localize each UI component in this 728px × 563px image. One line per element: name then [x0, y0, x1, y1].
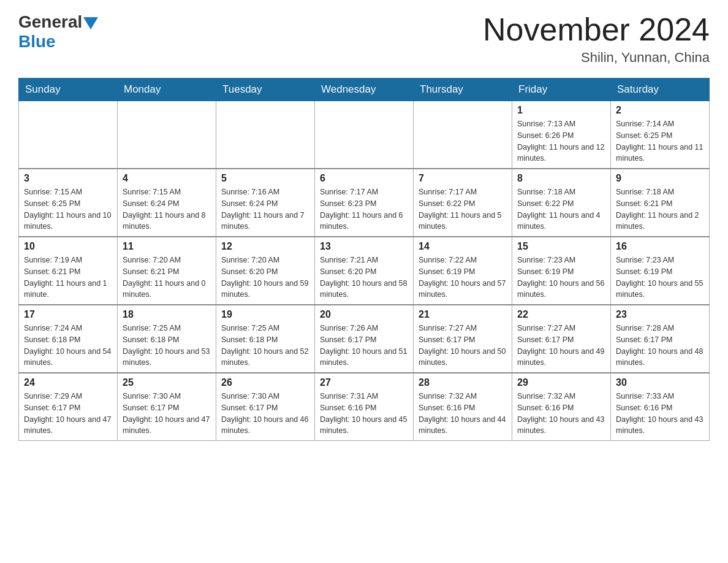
calendar-cell [414, 101, 512, 169]
day-info: Sunrise: 7:32 AMSunset: 6:16 PMDaylight:… [517, 391, 605, 437]
day-info: Sunrise: 7:23 AMSunset: 6:19 PMDaylight:… [517, 255, 605, 301]
day-info: Sunrise: 7:31 AMSunset: 6:16 PMDaylight:… [320, 391, 408, 437]
day-number: 10 [24, 241, 112, 252]
day-number: 20 [320, 309, 408, 320]
day-number: 7 [419, 173, 507, 184]
calendar-cell: 24Sunrise: 7:29 AMSunset: 6:17 PMDayligh… [19, 373, 118, 441]
day-info: Sunrise: 7:24 AMSunset: 6:18 PMDaylight:… [24, 323, 112, 369]
day-info: Sunrise: 7:32 AMSunset: 6:16 PMDaylight:… [419, 391, 507, 437]
logo: General Blue [18, 12, 99, 52]
calendar-cell: 3Sunrise: 7:15 AMSunset: 6:25 PMDaylight… [19, 169, 118, 237]
calendar-table: SundayMondayTuesdayWednesdayThursdayFrid… [18, 78, 710, 441]
day-info: Sunrise: 7:23 AMSunset: 6:19 PMDaylight:… [616, 255, 704, 301]
calendar-cell: 11Sunrise: 7:20 AMSunset: 6:21 PMDayligh… [118, 237, 216, 305]
logo-blue-text: Blue [18, 32, 56, 52]
calendar-cell: 9Sunrise: 7:18 AMSunset: 6:21 PMDaylight… [611, 169, 710, 237]
day-info: Sunrise: 7:26 AMSunset: 6:17 PMDaylight:… [320, 323, 408, 369]
day-info: Sunrise: 7:16 AMSunset: 6:24 PMDaylight:… [221, 186, 309, 232]
day-info: Sunrise: 7:25 AMSunset: 6:18 PMDaylight:… [123, 323, 211, 369]
day-number: 19 [221, 309, 309, 320]
day-number: 25 [123, 377, 211, 388]
calendar-cell: 18Sunrise: 7:25 AMSunset: 6:18 PMDayligh… [118, 305, 216, 373]
day-info: Sunrise: 7:29 AMSunset: 6:17 PMDaylight:… [24, 391, 112, 437]
day-number: 9 [616, 173, 704, 184]
day-info: Sunrise: 7:25 AMSunset: 6:18 PMDaylight:… [221, 323, 309, 369]
calendar-cell [315, 101, 414, 169]
day-number: 13 [320, 241, 408, 252]
day-number: 27 [320, 377, 408, 388]
day-info: Sunrise: 7:22 AMSunset: 6:19 PMDaylight:… [419, 255, 507, 301]
day-info: Sunrise: 7:15 AMSunset: 6:24 PMDaylight:… [123, 186, 211, 232]
calendar-cell: 15Sunrise: 7:23 AMSunset: 6:19 PMDayligh… [512, 237, 611, 305]
day-number: 14 [419, 241, 507, 252]
day-info: Sunrise: 7:18 AMSunset: 6:22 PMDaylight:… [517, 186, 605, 232]
day-info: Sunrise: 7:28 AMSunset: 6:17 PMDaylight:… [616, 323, 704, 369]
day-number: 16 [616, 241, 704, 252]
calendar-cell [19, 101, 118, 169]
weekday-header-row: SundayMondayTuesdayWednesdayThursdayFrid… [19, 79, 710, 101]
day-number: 15 [517, 241, 605, 252]
page-header: General Blue November 2024 Shilin, Yunna… [18, 12, 710, 66]
day-number: 17 [24, 309, 112, 320]
calendar-cell: 22Sunrise: 7:27 AMSunset: 6:17 PMDayligh… [512, 305, 611, 373]
calendar-cell: 7Sunrise: 7:17 AMSunset: 6:22 PMDaylight… [414, 169, 512, 237]
calendar-cell: 23Sunrise: 7:28 AMSunset: 6:17 PMDayligh… [611, 305, 710, 373]
calendar-cell: 30Sunrise: 7:33 AMSunset: 6:16 PMDayligh… [611, 373, 710, 441]
calendar-cell: 20Sunrise: 7:26 AMSunset: 6:17 PMDayligh… [315, 305, 414, 373]
day-number: 6 [320, 173, 408, 184]
day-info: Sunrise: 7:15 AMSunset: 6:25 PMDaylight:… [24, 186, 112, 232]
calendar-week-row-3: 17Sunrise: 7:24 AMSunset: 6:18 PMDayligh… [19, 305, 710, 373]
calendar-cell: 17Sunrise: 7:24 AMSunset: 6:18 PMDayligh… [19, 305, 118, 373]
weekday-header-thursday: Thursday [414, 79, 512, 101]
title-area: November 2024 Shilin, Yunnan, China [483, 12, 710, 66]
day-number: 8 [517, 173, 605, 184]
day-number: 12 [221, 241, 309, 252]
calendar-week-row-4: 24Sunrise: 7:29 AMSunset: 6:17 PMDayligh… [19, 373, 710, 441]
day-number: 18 [123, 309, 211, 320]
calendar-cell: 2Sunrise: 7:14 AMSunset: 6:25 PMDaylight… [611, 101, 710, 169]
logo-general-text: General [18, 12, 82, 32]
calendar-cell: 13Sunrise: 7:21 AMSunset: 6:20 PMDayligh… [315, 237, 414, 305]
calendar-cell: 1Sunrise: 7:13 AMSunset: 6:26 PMDaylight… [512, 101, 611, 169]
day-number: 26 [221, 377, 309, 388]
weekday-header-wednesday: Wednesday [315, 79, 414, 101]
day-number: 3 [24, 173, 112, 184]
weekday-header-tuesday: Tuesday [216, 79, 315, 101]
day-number: 30 [616, 377, 704, 388]
calendar-cell: 12Sunrise: 7:20 AMSunset: 6:20 PMDayligh… [216, 237, 315, 305]
day-info: Sunrise: 7:30 AMSunset: 6:17 PMDaylight:… [221, 391, 309, 437]
calendar-title: November 2024 [483, 12, 710, 47]
weekday-header-friday: Friday [512, 79, 611, 101]
calendar-subtitle: Shilin, Yunnan, China [483, 50, 710, 66]
calendar-cell: 26Sunrise: 7:30 AMSunset: 6:17 PMDayligh… [216, 373, 315, 441]
calendar-cell: 19Sunrise: 7:25 AMSunset: 6:18 PMDayligh… [216, 305, 315, 373]
weekday-header-saturday: Saturday [611, 79, 710, 101]
calendar-cell: 25Sunrise: 7:30 AMSunset: 6:17 PMDayligh… [118, 373, 216, 441]
calendar-cell: 16Sunrise: 7:23 AMSunset: 6:19 PMDayligh… [611, 237, 710, 305]
day-info: Sunrise: 7:20 AMSunset: 6:20 PMDaylight:… [221, 255, 309, 301]
day-info: Sunrise: 7:20 AMSunset: 6:21 PMDaylight:… [123, 255, 211, 301]
calendar-cell: 8Sunrise: 7:18 AMSunset: 6:22 PMDaylight… [512, 169, 611, 237]
calendar-cell: 27Sunrise: 7:31 AMSunset: 6:16 PMDayligh… [315, 373, 414, 441]
day-info: Sunrise: 7:19 AMSunset: 6:21 PMDaylight:… [24, 255, 112, 301]
day-info: Sunrise: 7:17 AMSunset: 6:23 PMDaylight:… [320, 186, 408, 232]
day-number: 24 [24, 377, 112, 388]
logo-triangle-icon [83, 17, 98, 29]
day-number: 4 [123, 173, 211, 184]
calendar-cell [216, 101, 315, 169]
day-info: Sunrise: 7:14 AMSunset: 6:25 PMDaylight:… [616, 118, 704, 164]
day-info: Sunrise: 7:27 AMSunset: 6:17 PMDaylight:… [419, 323, 507, 369]
calendar-cell: 21Sunrise: 7:27 AMSunset: 6:17 PMDayligh… [414, 305, 512, 373]
calendar-cell: 4Sunrise: 7:15 AMSunset: 6:24 PMDaylight… [118, 169, 216, 237]
calendar-cell: 5Sunrise: 7:16 AMSunset: 6:24 PMDaylight… [216, 169, 315, 237]
day-number: 11 [123, 241, 211, 252]
day-number: 29 [517, 377, 605, 388]
day-number: 21 [419, 309, 507, 320]
calendar-cell: 28Sunrise: 7:32 AMSunset: 6:16 PMDayligh… [414, 373, 512, 441]
day-number: 23 [616, 309, 704, 320]
calendar-week-row-0: 1Sunrise: 7:13 AMSunset: 6:26 PMDaylight… [19, 101, 710, 169]
weekday-header-sunday: Sunday [19, 79, 118, 101]
day-info: Sunrise: 7:21 AMSunset: 6:20 PMDaylight:… [320, 255, 408, 301]
weekday-header-monday: Monday [118, 79, 216, 101]
calendar-cell: 29Sunrise: 7:32 AMSunset: 6:16 PMDayligh… [512, 373, 611, 441]
